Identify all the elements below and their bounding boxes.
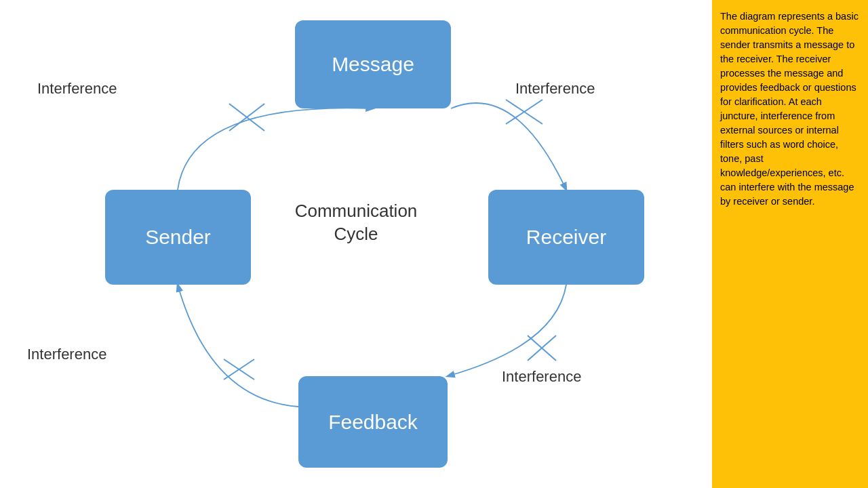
feedback-label: Feedback xyxy=(328,411,418,434)
message-box: Message xyxy=(295,20,451,108)
cycle-label-line2: Cycle xyxy=(334,224,378,244)
receiver-label: Receiver xyxy=(526,226,606,249)
interference-bottom-right: Interference xyxy=(502,368,581,386)
sender-box: Sender xyxy=(105,190,251,285)
svg-line-4 xyxy=(528,336,556,361)
svg-line-2 xyxy=(506,100,542,124)
svg-line-5 xyxy=(528,336,556,361)
sidebar-description: The diagram represents a basic communica… xyxy=(712,0,868,488)
svg-line-6 xyxy=(224,359,254,380)
sidebar-text: The diagram represents a basic communica… xyxy=(720,11,859,207)
interference-top-right: Interference xyxy=(515,80,595,98)
svg-line-3 xyxy=(506,100,542,124)
svg-line-1 xyxy=(229,104,264,131)
interference-top-left: Interference xyxy=(37,80,117,98)
message-label: Message xyxy=(332,53,414,76)
receiver-box: Receiver xyxy=(488,190,644,285)
diagram-area: Message Sender Receiver Feedback Communi… xyxy=(0,0,712,488)
center-label: Communication Cycle xyxy=(285,200,427,246)
sender-label: Sender xyxy=(145,226,211,249)
feedback-box: Feedback xyxy=(298,376,448,468)
svg-line-0 xyxy=(229,104,264,131)
cycle-label-line1: Communication xyxy=(295,201,418,221)
interference-bottom-left: Interference xyxy=(27,346,106,363)
svg-line-7 xyxy=(224,359,254,380)
